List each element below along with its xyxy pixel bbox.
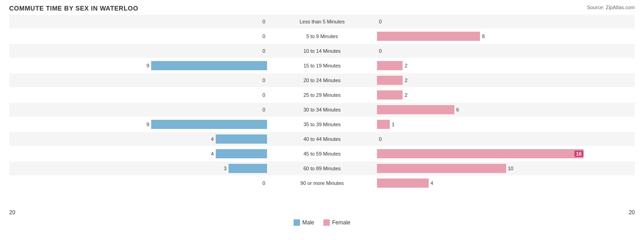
table-row: 030 to 34 Minutes6 <box>9 103 635 117</box>
female-color-box <box>323 219 330 226</box>
legend: Male Female <box>9 219 635 226</box>
female-value: 0 <box>379 48 382 54</box>
female-value: 10 <box>508 166 513 171</box>
right-section: 10 <box>377 162 635 175</box>
male-value: 0 <box>262 107 265 112</box>
left-section: 4 <box>9 147 267 161</box>
female-value: 6 <box>456 107 459 112</box>
male-label: Male <box>302 219 314 226</box>
bars-area: 0Less than 5 Minutes005 to 9 Minutes8010… <box>9 15 635 207</box>
axis-right: 20 <box>629 209 635 216</box>
female-value: 0 <box>379 19 382 24</box>
chart-title: COMMUTE TIME BY SEX IN WATERLOO <box>9 5 635 12</box>
row-label: 90 or more Minutes <box>267 180 377 186</box>
left-section: 0 <box>9 73 267 87</box>
table-row: 010 to 14 Minutes0 <box>9 44 635 58</box>
row-label: 5 to 9 Minutes <box>267 33 377 39</box>
right-section: 2 <box>377 59 635 73</box>
row-label: 35 to 39 Minutes <box>267 122 377 127</box>
row-label: Less than 5 Minutes <box>267 19 377 24</box>
table-row: 025 to 29 Minutes2 <box>9 88 635 102</box>
right-section: 0 <box>377 44 635 58</box>
male-value: 3 <box>224 166 227 171</box>
row-label: 40 to 44 Minutes <box>267 136 377 142</box>
row-label: 25 to 29 Minutes <box>267 92 377 98</box>
right-section: 2 <box>377 73 635 87</box>
male-value: 0 <box>262 180 265 186</box>
right-section: 6 <box>377 103 635 117</box>
table-row: 440 to 44 Minutes0 <box>9 132 635 146</box>
left-section: 9 <box>9 59 267 73</box>
chart-container: COMMUTE TIME BY SEX IN WATERLOO Source: … <box>0 0 644 240</box>
right-section: 0 <box>377 132 635 146</box>
female-bar <box>377 149 583 158</box>
right-section: 1 <box>377 117 635 131</box>
female-bar <box>377 90 403 100</box>
legend-male: Male <box>294 219 314 226</box>
table-row: 915 to 19 Minutes2 <box>9 59 635 73</box>
table-row: 935 to 39 Minutes1 <box>9 117 635 131</box>
female-value: 16 <box>574 151 584 157</box>
right-section: 8 <box>377 29 635 43</box>
row-label: 15 to 19 Minutes <box>267 63 377 68</box>
female-value: 2 <box>404 78 407 83</box>
axis-left: 20 <box>9 209 15 216</box>
row-label: 10 to 14 Minutes <box>267 48 377 54</box>
left-section: 0 <box>9 176 267 190</box>
female-bar <box>377 105 454 114</box>
male-bar <box>229 164 267 173</box>
male-value: 9 <box>147 122 149 127</box>
male-value: 0 <box>262 92 265 98</box>
row-label: 30 to 34 Minutes <box>267 107 377 112</box>
table-row: 0Less than 5 Minutes0 <box>9 15 635 28</box>
table-row: 445 to 59 Minutes16 <box>9 147 635 161</box>
male-bar <box>151 61 267 70</box>
female-value: 2 <box>404 92 407 98</box>
female-value: 4 <box>431 180 433 186</box>
male-value: 4 <box>211 136 213 142</box>
left-section: 0 <box>9 103 267 117</box>
male-value: 0 <box>262 19 265 24</box>
female-bar <box>377 179 429 188</box>
female-bar <box>377 61 403 70</box>
female-bar <box>377 120 390 129</box>
source-text: Source: ZipAtlas.com <box>587 5 635 10</box>
table-row: 090 or more Minutes4 <box>9 176 635 190</box>
left-section: 0 <box>9 88 267 102</box>
female-bar <box>377 76 403 85</box>
legend-female: Female <box>323 219 350 226</box>
male-bar <box>216 134 267 144</box>
male-value: 0 <box>262 33 265 39</box>
right-section: 2 <box>377 88 635 102</box>
right-section: 4 <box>377 176 635 190</box>
female-value: 1 <box>392 122 394 127</box>
male-bar <box>216 149 267 158</box>
male-value: 0 <box>262 48 265 54</box>
male-bar <box>151 120 267 129</box>
left-section: 9 <box>9 117 267 131</box>
left-section: 0 <box>9 15 267 28</box>
left-section: 3 <box>9 162 267 175</box>
right-section: 0 <box>377 15 635 28</box>
table-row: 360 to 89 Minutes10 <box>9 162 635 175</box>
left-section: 4 <box>9 132 267 146</box>
female-value: 2 <box>404 63 407 68</box>
male-value: 0 <box>262 78 265 83</box>
female-label: Female <box>332 219 350 226</box>
male-value: 4 <box>211 151 213 156</box>
female-value: 0 <box>379 136 382 142</box>
row-label: 20 to 24 Minutes <box>267 78 377 83</box>
female-value: 8 <box>482 33 485 39</box>
table-row: 05 to 9 Minutes8 <box>9 29 635 43</box>
row-label: 45 to 59 Minutes <box>267 151 377 156</box>
table-row: 020 to 24 Minutes2 <box>9 73 635 87</box>
row-label: 60 to 89 Minutes <box>267 166 377 171</box>
right-section: 16 <box>377 147 635 161</box>
left-section: 0 <box>9 44 267 58</box>
female-bar <box>377 32 480 41</box>
male-color-box <box>294 219 300 226</box>
axis-labels: 20 20 <box>9 209 635 216</box>
female-bar <box>377 164 506 173</box>
chart-wrapper: 0Less than 5 Minutes005 to 9 Minutes8010… <box>9 15 635 226</box>
left-section: 0 <box>9 29 267 43</box>
